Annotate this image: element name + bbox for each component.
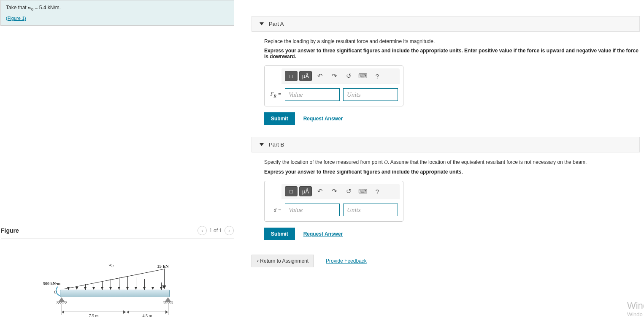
help-button[interactable]: ? <box>371 186 384 196</box>
part-a-hint: Express your answer to three significant… <box>264 48 640 60</box>
undo-button[interactable]: ↶ <box>314 71 326 81</box>
reset-button[interactable]: ↺ <box>342 71 355 81</box>
part-b-submit-button[interactable]: Submit <box>264 228 295 240</box>
part-a-request-answer-link[interactable]: Request Answer <box>303 116 343 122</box>
figure-section: Figure ‹ 1 of 1 › 500 kN·m O <box>0 224 235 323</box>
part-a-instruction: Replace the loading by a single resultan… <box>264 38 640 44</box>
template-button[interactable]: □ <box>285 186 298 196</box>
part-b-var: d = <box>270 206 281 213</box>
template-button[interactable]: □ <box>285 71 298 81</box>
problem-text: Take that w0 = 5.4 kN/m. <box>6 5 61 11</box>
page-indicator: 1 of 1 <box>209 228 222 234</box>
keyboard-button[interactable]: ⌨ <box>357 71 369 81</box>
special-char-button[interactable]: μÅ <box>299 71 312 81</box>
dimension-2: 4.5 m <box>127 312 168 318</box>
figure-header: Figure ‹ 1 of 1 › <box>1 224 234 239</box>
watermark: Wind Windo <box>627 300 644 318</box>
prev-button[interactable]: ‹ <box>198 226 207 235</box>
part-a-submit-button[interactable]: Submit <box>264 112 295 125</box>
part-a-header[interactable]: Part A <box>252 16 640 32</box>
part-b-units-input[interactable] <box>343 204 398 216</box>
part-a-answer-box: □ μÅ ↶ ↷ ↺ ⌨ ? FR = <box>264 65 403 106</box>
special-char-button[interactable]: μÅ <box>299 186 312 196</box>
collapse-icon[interactable] <box>260 143 264 146</box>
distributed-load <box>64 269 165 290</box>
figure-pager: ‹ 1 of 1 › <box>198 226 234 235</box>
point-force-label: 15 kN <box>157 264 169 269</box>
part-b-instruction: Specify the location of the force measur… <box>264 159 640 166</box>
beam <box>60 290 170 297</box>
figure-link[interactable]: (Figure 1) <box>6 16 26 21</box>
part-a-value-input[interactable] <box>285 88 340 101</box>
part-b-toolbar: □ μÅ ↶ ↷ ↺ ⌨ ? <box>281 184 400 199</box>
figure-body[interactable]: 500 kN·m O <box>1 239 234 323</box>
figure-title: Figure <box>1 227 19 234</box>
support-right-icon <box>163 297 173 303</box>
next-button[interactable]: › <box>225 226 234 235</box>
problem-pre: Take that <box>6 5 28 11</box>
reset-button[interactable]: ↺ <box>342 186 355 196</box>
redo-button[interactable]: ↷ <box>328 186 341 196</box>
problem-var: w <box>28 5 31 11</box>
provide-feedback-link[interactable]: Provide Feedback <box>326 258 367 264</box>
help-button[interactable]: ? <box>371 71 384 81</box>
keyboard-button[interactable]: ⌨ <box>357 186 369 196</box>
part-b-header[interactable]: Part B <box>252 137 640 152</box>
part-a-var: FR = <box>270 91 281 98</box>
support-left-icon <box>57 297 67 303</box>
collapse-icon[interactable] <box>260 22 264 25</box>
problem-statement: Take that w0 = 5.4 kN/m. (Figure 1) <box>0 0 234 26</box>
undo-button[interactable]: ↶ <box>314 186 326 196</box>
w0-label: w0 <box>108 262 114 268</box>
part-a-units-input[interactable] <box>343 88 398 101</box>
return-button[interactable]: ‹ Return to Assignment <box>252 255 314 267</box>
footer-bar: ‹ Return to Assignment Provide Feedback <box>252 255 640 267</box>
dimension-1: 7.5 m <box>62 312 126 318</box>
part-b-title: Part B <box>269 141 284 148</box>
part-b-body: Specify the location of the force measur… <box>252 152 640 240</box>
redo-button[interactable]: ↷ <box>328 71 341 81</box>
part-b-hint: Express your answer to three significant… <box>264 169 640 175</box>
part-a-title: Part A <box>269 21 284 27</box>
part-b-request-answer-link[interactable]: Request Answer <box>303 231 343 237</box>
part-a-body: Replace the loading by a single resultan… <box>252 32 640 125</box>
part-a-toolbar: □ μÅ ↶ ↷ ↺ ⌨ ? <box>281 68 400 84</box>
problem-mid: = 5.4 kN/m. <box>33 5 61 11</box>
part-b-answer-box: □ μÅ ↶ ↷ ↺ ⌨ ? d = <box>264 181 403 222</box>
point-force-arrow <box>164 269 165 289</box>
moment-label: 500 kN·m <box>43 281 60 286</box>
beam-diagram: 500 kN·m O <box>51 256 220 323</box>
part-b-value-input[interactable] <box>285 204 340 216</box>
